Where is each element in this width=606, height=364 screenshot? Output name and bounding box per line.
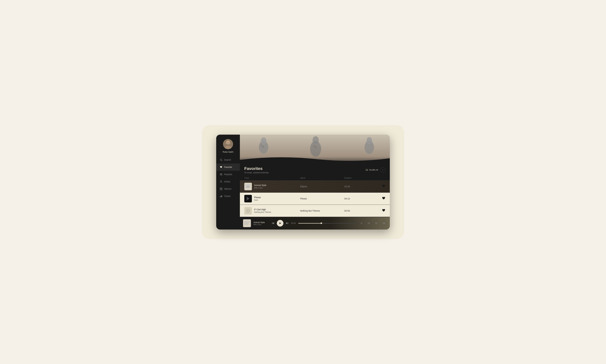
- svg-point-22: [366, 137, 372, 144]
- avatar[interactable]: [223, 139, 233, 149]
- playlist-title: Favorites: [244, 166, 269, 171]
- track-title-3: If I Get High: [254, 208, 271, 211]
- svg-rect-15: [221, 195, 222, 197]
- app-window: Ruba Saleh Search: [216, 135, 390, 230]
- hero-banner: [240, 135, 390, 163]
- player-track-info: Animal Style Biffy Clyro: [253, 221, 269, 225]
- svg-marker-36: [273, 222, 274, 224]
- col-track: Track: [244, 177, 300, 179]
- player-artist: Biffy Clyro: [253, 223, 269, 225]
- track-text-1: Animal Style Biffy Clyro: [254, 184, 266, 189]
- track-title-2: Please: [254, 196, 261, 199]
- sidebar-item-charts[interactable]: Charts: [216, 193, 240, 200]
- shuffle-player-button[interactable]: [358, 221, 364, 226]
- svg-rect-13: [220, 196, 220, 197]
- player-title: Animal Style: [253, 221, 269, 223]
- track-duration-2: 04:13: [344, 197, 376, 200]
- track-thumbnail-1: Ellipsis: [244, 183, 252, 190]
- col-album: Album: [300, 177, 344, 179]
- svg-point-20: [313, 136, 319, 144]
- svg-rect-7: [220, 175, 221, 175]
- albums-label: Albums: [224, 188, 232, 190]
- svg-rect-8: [221, 174, 222, 175]
- like-player-button[interactable]: [374, 221, 379, 226]
- more-options-button[interactable]: ···: [380, 168, 385, 172]
- sidebar-navigation: Search Favorite: [216, 156, 240, 230]
- track-album-3: Nothing But Thieves: [300, 209, 344, 212]
- table-row[interactable]: Ellipsis Animal Style Biffy Clyro: [240, 181, 390, 193]
- track-artist-1: Biffy Clyro: [254, 187, 266, 189]
- progress-bar[interactable]: [298, 223, 356, 223]
- tracks-list: Ellipsis Animal Style Biffy Clyro: [240, 181, 390, 217]
- svg-rect-27: [246, 187, 249, 188]
- charts-icon: [220, 195, 222, 197]
- repeat-button[interactable]: [366, 221, 372, 226]
- sidebar-item-playlists[interactable]: Playlists: [216, 171, 240, 178]
- svg-rect-14: [221, 196, 221, 197]
- track-heart-2[interactable]: [376, 196, 385, 201]
- progress-fill: [298, 223, 321, 223]
- svg-text:NBT: NBT: [247, 210, 249, 211]
- track-duration-1: 03:28: [344, 185, 376, 188]
- ellipsis-icon: ···: [382, 169, 384, 171]
- svg-marker-39: [286, 222, 288, 224]
- svg-rect-6: [220, 174, 221, 174]
- profile-section: Ruba Saleh: [216, 135, 240, 156]
- sidebar-item-albums[interactable]: Albums: [216, 185, 240, 193]
- play-pause-button[interactable]: [277, 220, 283, 227]
- track-thumbnail-3: NBT: [244, 207, 252, 215]
- progress-handle[interactable]: [320, 222, 322, 224]
- col-actions: [376, 177, 385, 179]
- sidebar: Ruba Saleh Search: [216, 135, 240, 230]
- next-button[interactable]: [286, 222, 289, 225]
- svg-rect-37: [272, 222, 273, 224]
- header-actions: Shuffle All ···: [366, 168, 385, 172]
- search-icon: [220, 158, 222, 161]
- album-icon: [220, 187, 222, 190]
- svg-rect-35: [244, 224, 248, 225]
- outer-background: Ruba Saleh Search: [202, 125, 404, 239]
- track-heart-1[interactable]: [376, 184, 385, 189]
- track-text-2: Please Saro: [254, 196, 261, 201]
- track-thumbnail-2: [244, 195, 252, 202]
- track-artist-3: Nothing But Thieves: [254, 211, 271, 213]
- playlists-label: Playlists: [224, 173, 232, 176]
- sidebar-item-artists[interactable]: Artists: [216, 178, 240, 185]
- previous-button[interactable]: [272, 222, 275, 225]
- favorite-label: Favorite: [224, 166, 232, 168]
- playlist-icon: [220, 173, 222, 176]
- svg-rect-40: [288, 222, 288, 224]
- track-heart-3[interactable]: [376, 208, 385, 213]
- sidebar-item-favorite[interactable]: Favorite: [216, 163, 240, 171]
- sidebar-item-search[interactable]: Search: [216, 156, 240, 163]
- svg-point-18: [261, 137, 266, 144]
- shuffle-label: Shuffle All: [369, 169, 378, 171]
- track-album-1: Ellipsis: [300, 185, 344, 188]
- player-bar: Animal Style Biffy Clyro: [240, 217, 390, 230]
- volume-button[interactable]: [381, 221, 387, 226]
- svg-marker-41: [383, 222, 384, 224]
- charts-label: Charts: [224, 195, 231, 197]
- player-current-time: 02:42: [291, 222, 296, 224]
- search-label: Search: [224, 159, 231, 161]
- track-info-3: NBT If I Get High Nothing But Thieves: [244, 207, 300, 215]
- svg-rect-33: [244, 221, 250, 222]
- svg-rect-34: [244, 223, 249, 223]
- profile-name: Ruba Saleh: [223, 151, 234, 153]
- svg-line-4: [221, 160, 222, 161]
- hero-image: [240, 135, 390, 163]
- content-area: Favorites 34 songs, updated yesterday Sh…: [240, 135, 390, 230]
- artist-icon: [220, 180, 222, 183]
- track-title-1: Animal Style: [254, 184, 266, 186]
- table-row[interactable]: Please Saro Please 04:13: [240, 193, 390, 205]
- table-header: Track Album Duration: [240, 176, 390, 181]
- track-info-2: Please Saro: [244, 195, 300, 202]
- track-info-1: Ellipsis Animal Style Biffy Clyro: [244, 183, 300, 190]
- table-row[interactable]: NBT If I Get High Nothing But Thieves No…: [240, 205, 390, 217]
- shuffle-button[interactable]: Shuffle All: [366, 169, 378, 171]
- track-duration-3: 02:54: [344, 209, 376, 212]
- track-album-2: Please: [300, 197, 344, 200]
- svg-rect-26: [246, 186, 250, 186]
- svg-rect-5: [220, 174, 222, 174]
- svg-point-12: [221, 189, 221, 189]
